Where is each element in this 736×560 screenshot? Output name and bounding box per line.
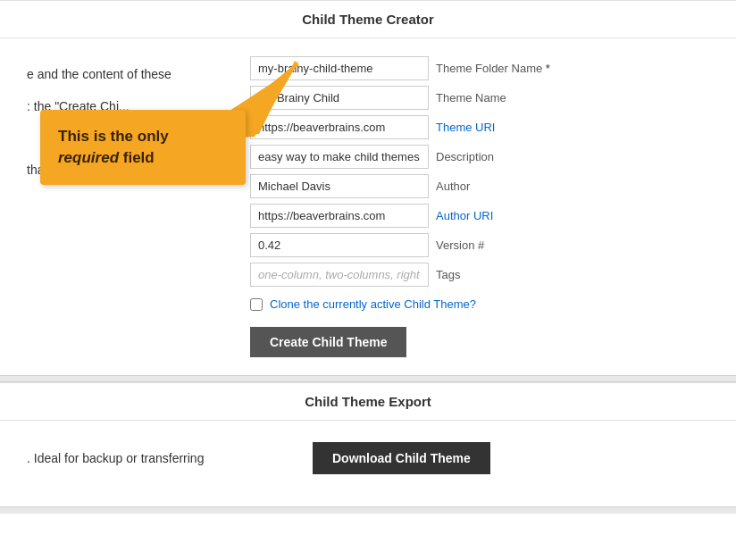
left-text-area: e and the content of these : the "Create… <box>27 56 232 357</box>
theme-name-label: Theme Name <box>436 91 506 104</box>
author-label: Author <box>436 180 470 193</box>
creator-section: e and the content of these : the "Create… <box>0 38 736 375</box>
description-label: Description <box>436 150 494 163</box>
right-form-area: Theme Folder Name Theme Name Theme URI D… <box>250 56 709 357</box>
export-section-header: Child Theme Export <box>0 382 736 421</box>
clone-row: Clone the currently active Child Theme? <box>250 297 709 311</box>
form-row-7: Tags <box>250 263 709 287</box>
create-child-theme-button[interactable]: Create Child Theme <box>250 327 406 357</box>
theme-folder-name-input[interactable] <box>250 56 429 80</box>
page-wrapper: Child Theme Creator e and the content of… <box>0 0 736 514</box>
bottom-divider <box>0 506 736 514</box>
description-input[interactable] <box>250 145 429 169</box>
version-input[interactable] <box>250 233 429 257</box>
creator-content: e and the content of these : the "Create… <box>27 56 709 357</box>
export-content: . Ideal for backup or transferring Downl… <box>27 442 709 474</box>
callout-line1: This is the only <box>58 128 169 145</box>
left-text-1: e and the content of these <box>27 65 232 84</box>
export-text: . Ideal for backup or transferring <box>27 451 295 465</box>
theme-folder-name-label: Theme Folder Name <box>436 62 550 75</box>
callout-line2: required <box>58 149 119 166</box>
download-child-theme-button[interactable]: Download Child Theme <box>313 442 490 474</box>
form-row-0: Theme Folder Name <box>250 56 709 80</box>
creator-section-header: Child Theme Creator <box>0 0 736 38</box>
clone-label[interactable]: Clone the currently active Child Theme? <box>270 297 476 311</box>
form-row-5: Author URI <box>250 204 709 228</box>
section-divider-1 <box>0 375 736 382</box>
form-row-3: Description <box>250 145 709 169</box>
export-section: . Ideal for backup or transferring Downl… <box>0 421 736 489</box>
creator-title: Child Theme Creator <box>302 12 434 27</box>
tags-input[interactable] <box>250 263 429 287</box>
version-label: Version # <box>436 238 484 252</box>
theme-name-input[interactable] <box>250 86 429 110</box>
clone-checkbox[interactable] <box>250 298 263 311</box>
export-title: Child Theme Export <box>305 394 431 409</box>
theme-uri-label: Theme URI <box>436 121 495 134</box>
author-uri-input[interactable] <box>250 204 429 228</box>
callout-line3: field <box>123 149 155 166</box>
form-row-4: Author <box>250 174 709 198</box>
tags-label: Tags <box>436 268 460 281</box>
callout-bubble: This is the only required field <box>40 110 246 185</box>
author-uri-label: Author URI <box>436 209 493 222</box>
theme-uri-input[interactable] <box>250 115 429 139</box>
callout-wrapper: This is the only required field <box>40 110 246 185</box>
form-row-1: Theme Name <box>250 86 709 110</box>
author-input[interactable] <box>250 174 429 198</box>
form-row-6: Version # <box>250 233 709 257</box>
form-row-2: Theme URI <box>250 115 709 139</box>
